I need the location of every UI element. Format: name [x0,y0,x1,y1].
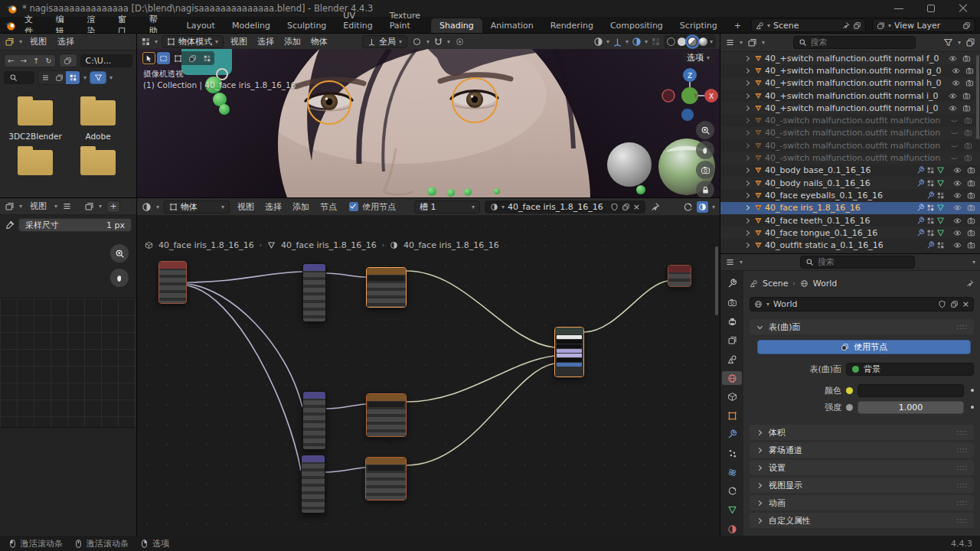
editor-type-icon[interactable] [141,37,151,47]
tab-animation[interactable]: Animation [482,18,542,34]
copy-world-icon[interactable] [950,300,959,308]
snap-magnet-icon[interactable] [433,37,443,47]
unlink-world-icon[interactable]: × [962,299,969,309]
fake-user-shield-icon[interactable] [938,300,946,308]
nav-refresh-button[interactable]: ↻ [42,55,54,67]
chevron-down-icon[interactable]: ▾ [99,203,102,210]
panel-grip[interactable]: :::: [956,324,968,331]
tab-output[interactable] [722,315,742,328]
outliner-row[interactable]: 40_-switch malfunction.outfit malfunctio… [720,152,980,164]
panel-grip[interactable]: :::: [956,447,968,454]
node-shader-group[interactable] [554,327,584,377]
hide-eye-icon[interactable] [953,204,962,212]
shader-menu-add[interactable]: 添加 [289,201,312,214]
snap-node-icon[interactable] [683,202,693,212]
unlink-material-icon[interactable]: × [633,202,640,212]
mode-dropdown[interactable]: 物体模式 ▾ [162,35,224,48]
panel-surface[interactable]: 表(曲)面 :::: [750,319,974,334]
hidden-eye-icon[interactable] [950,116,959,125]
chevron-down-icon[interactable]: ▾ [109,74,113,81]
render-visibility-icon[interactable] [967,191,975,200]
hide-eye-icon[interactable] [953,191,962,200]
render-visibility-icon[interactable] [967,241,975,249]
chevron-down-icon[interactable]: ▾ [156,204,159,210]
breadcrumb-material[interactable]: 40_face iris_1.8_16_16 [403,240,499,250]
outliner-scrollbar[interactable] [976,55,979,139]
animate-dot[interactable] [971,389,974,392]
outliner-row[interactable]: 40_outfit static a_0.1_16_16 [720,239,980,251]
tab-physics[interactable] [722,465,742,479]
file-menu-view[interactable]: 视图 [27,35,50,48]
tab-compositing[interactable]: Compositing [602,18,671,34]
create-folder-button[interactable] [59,54,77,67]
tab-layout[interactable]: Layout [178,18,224,34]
minimize-button[interactable] [894,4,903,13]
vp-menu-select[interactable]: 选择 [254,35,277,48]
outliner-filter-icon[interactable] [747,37,757,47]
node-canvas[interactable]: 40_face iris_1.8_16_16 › 40_face iris_1.… [137,216,720,536]
shader-editor-icon[interactable] [142,202,152,212]
fake-user-shield-icon[interactable] [610,203,619,211]
viewport-lock-button[interactable] [696,181,714,197]
render-disabled-icon[interactable] [964,116,972,125]
file-path-field[interactable]: C:\U... [80,54,132,67]
chevron-down-icon[interactable]: ▾ [712,204,715,210]
chevron-down-icon[interactable]: ▾ [447,38,450,45]
maximize-button[interactable] [926,4,936,13]
render-disabled-icon[interactable] [964,129,972,137]
show-overlays-icon[interactable] [632,37,642,47]
node-mapping[interactable] [302,263,326,322]
chevron-down-icon[interactable]: ▾ [19,203,22,210]
tool-tweak-cursor[interactable] [142,52,155,64]
pin-icon[interactable] [965,279,974,288]
world-datablock[interactable]: ▾ World × [750,297,974,311]
breadcrumb-scene[interactable]: Scene [763,279,789,289]
new-collection-icon[interactable] [965,37,975,47]
new-view-layer-icon[interactable] [962,21,971,30]
tab-modeling[interactable]: Modeling [224,18,279,34]
breadcrumb-world[interactable]: World [813,279,838,289]
tab-view-layer[interactable] [722,334,742,347]
tab-rendering[interactable]: Rendering [542,18,602,34]
render-visibility-icon[interactable] [962,92,971,100]
chevron-down-icon[interactable]: ▾ [83,74,87,81]
material-datablock[interactable]: ▾ 40_face iris_1.8_16_16 × [485,201,645,214]
tool-select-extend[interactable] [186,52,199,64]
node-mapping[interactable] [301,455,325,514]
view-layer-selector[interactable]: ▾ View Layer [872,18,975,32]
tab-sculpting[interactable]: Sculpting [279,18,335,34]
tab-tool[interactable] [722,277,742,291]
new-scene-icon[interactable] [853,21,861,30]
folder-item[interactable] [70,144,126,181]
nav-up-button[interactable]: ↑ [30,55,42,67]
pin-icon[interactable] [841,21,850,30]
display-thumbnails-button[interactable] [66,71,80,84]
tab-uv-editing[interactable]: UV Editing [335,8,381,34]
proportional-edit-icon[interactable] [454,36,466,47]
panel-mist-pass[interactable]: 雾场通道:::: [750,442,974,458]
chevron-down-icon[interactable]: ▾ [958,39,961,46]
gizmo-x-neg[interactable] [662,90,675,102]
hide-eye-icon[interactable] [949,104,957,112]
scene-selector[interactable]: ▾ Scene [751,18,866,32]
navigation-gizmo[interactable]: Z X Y [659,65,720,126]
hidden-eye-icon[interactable] [950,154,959,162]
shader-menu-select[interactable]: 选择 [262,201,285,214]
node-image-texture[interactable] [366,393,407,437]
outliner-display-mode-icon[interactable] [725,37,735,47]
shader-menu-view[interactable]: 视图 [234,201,257,214]
render-visibility-icon[interactable] [965,67,974,75]
hidden-eye-icon[interactable] [950,142,959,150]
hide-eye-icon[interactable] [953,166,962,174]
chevron-down-icon[interactable]: ▾ [762,39,765,46]
display-list-vertical-button[interactable] [38,71,52,84]
outliner-row[interactable]: 40_+switch malfunction.outfit normal h_0 [720,77,980,90]
breadcrumb-object[interactable]: 40_face iris_1.8_16_16 [158,240,254,250]
panel-grip[interactable]: :::: [956,500,968,507]
outliner-row[interactable]: 40_body nails_0.1_16_16 [720,177,980,189]
vp-menu-object[interactable]: 物体 [308,35,331,48]
menu-burger-icon[interactable] [62,201,72,211]
tab-shading[interactable]: Shading [431,18,482,34]
nav-back-button[interactable]: ← [5,55,17,67]
show-object-types-icon[interactable] [593,37,603,47]
